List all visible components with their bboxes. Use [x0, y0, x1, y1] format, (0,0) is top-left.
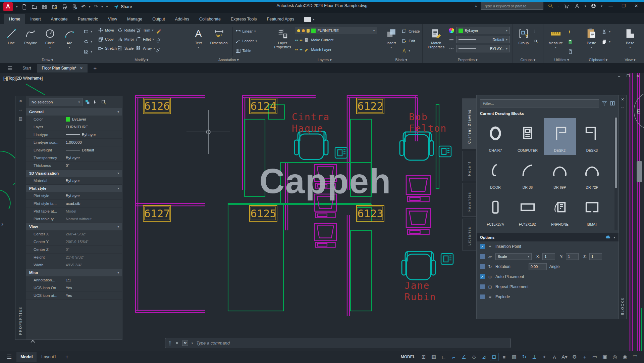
prop-row-plot-style[interactable]: Plot style ByLayer	[26, 192, 122, 200]
prop-row-center-z[interactable]: Center Z 0"	[26, 246, 122, 254]
array-tool[interactable]: Array▾	[136, 44, 155, 52]
prop-row-linetype[interactable]: Linetype ByLayer	[26, 131, 122, 139]
mirror-tool[interactable]: Mirror	[117, 35, 135, 43]
leader-tool[interactable]: Leader▾	[235, 37, 257, 45]
filter-funnel-icon[interactable]	[602, 101, 607, 106]
tab-addins[interactable]: Add-ins	[170, 14, 194, 24]
toggle-pickadd-icon[interactable]	[85, 99, 91, 105]
option-auto-placement[interactable]: ✓ ⊕ Auto-Placement	[477, 272, 619, 282]
section-general[interactable]: General▾	[26, 108, 122, 116]
option-scale[interactable]: ▱ Scale▾ X: Y: Z:	[477, 252, 619, 262]
prop-row-linetype-scale[interactable]: Linetype sca... 1.000000	[26, 139, 122, 146]
linetype-dropdown[interactable]: BYLAY... ▾	[456, 45, 510, 52]
fillet-tool[interactable]: Fillet▾	[136, 35, 155, 43]
blocks-tab-recent[interactable]: Recent	[462, 151, 476, 181]
tab-manage[interactable]: Manage	[122, 14, 147, 24]
palette-properties-icon[interactable]: ▤	[19, 116, 22, 121]
options-section-header[interactable]: Options ▾	[477, 233, 619, 241]
tab-start[interactable]: Start	[18, 64, 36, 73]
navigation-compass[interactable]: E	[634, 91, 644, 182]
insertion-point-checkbox[interactable]: ✓	[480, 244, 485, 249]
quick-properties-icon[interactable]: ▣	[600, 353, 609, 361]
block-library-icon[interactable]	[610, 101, 615, 106]
palette-close-icon[interactable]: ✕	[19, 99, 22, 103]
tab-parametric[interactable]: Parametric	[73, 14, 103, 24]
scale-dropdown[interactable]: Scale▾	[495, 253, 532, 260]
dynamic-input-icon[interactable]: ⌖	[540, 353, 549, 361]
drawing-window-buttons[interactable]: – ❐ ✕	[618, 74, 642, 78]
section-plot-style[interactable]: Plot style▾	[26, 185, 122, 192]
block-tile-desk2[interactable]: DESK2	[544, 118, 576, 155]
prop-row-plot-table-type[interactable]: Plot table ty... Named without...	[26, 215, 122, 223]
block-tile-dr69p[interactable]: DR-69P	[544, 155, 576, 192]
command-line[interactable]: ⣿ ✕ ⚒ ▾	[165, 338, 511, 348]
layout1-tab[interactable]: Layout1	[37, 352, 60, 362]
insert-block-button[interactable]: Insert ▾	[383, 26, 399, 49]
isometric-drafting-icon[interactable]: ◇	[470, 353, 478, 361]
help-search-input[interactable]	[481, 2, 543, 10]
group-button[interactable]: Group	[516, 26, 532, 45]
quick-calc-icon[interactable]	[568, 38, 573, 46]
object-snap-icon[interactable]: ⊡	[490, 353, 498, 361]
dynamic-ucs-icon[interactable]: ⊥	[530, 353, 539, 361]
explode-tool[interactable]	[156, 37, 161, 45]
base-view-button[interactable]: Base ▾	[622, 26, 639, 49]
command-close-icon[interactable]: ✕	[175, 341, 179, 346]
layout-menu-icon[interactable]: ☰	[3, 354, 16, 361]
tab-view[interactable]: View	[103, 14, 122, 24]
option-repeat-placement[interactable]: ⊡ Repeat Placement	[477, 282, 619, 292]
arc-tool[interactable]: Arc ▾	[61, 26, 78, 49]
quick-select-icon[interactable]	[101, 99, 107, 105]
prop-row-ucs-icon-on[interactable]: UCS icon On Yes	[26, 284, 122, 292]
panel-label-layers[interactable]: Layers ▾	[269, 57, 380, 63]
block-tile-dr72p[interactable]: DR-72P	[576, 155, 608, 192]
scale-z-input[interactable]	[589, 253, 602, 260]
match-properties-button[interactable]: Match Properties	[425, 26, 447, 49]
prop-row-ucs-icon-at-origin[interactable]: UCS icon at... Yes	[26, 292, 122, 300]
rotate-tool[interactable]: Rotate	[117, 26, 135, 34]
circle-tool[interactable]: Circle ▾	[41, 26, 59, 49]
quick-select-icon[interactable]	[568, 28, 573, 36]
panel-label-annotation[interactable]: Annotation ▾	[188, 57, 269, 63]
clean-screen-icon[interactable]: ⬚	[631, 353, 639, 361]
blocks-filter-input[interactable]	[480, 99, 599, 107]
move-tool[interactable]: Move	[98, 26, 117, 34]
cloud-sync-icon[interactable]	[605, 234, 611, 240]
table-tool[interactable]: Table	[235, 47, 257, 55]
scale-checkbox[interactable]	[480, 254, 485, 259]
section-3d-visualization[interactable]: 3D Visualization▾	[26, 170, 122, 177]
panel-label-groups[interactable]: Groups ▾	[513, 57, 543, 63]
drawing-canvas[interactable]: 6126 6124 6122 6127 6125 6123 Cintra Haq…	[0, 73, 644, 351]
units-icon[interactable]: ▭	[590, 353, 599, 361]
option-insertion-point[interactable]: ✓ ⌖ Insertion Point	[477, 241, 619, 252]
section-view[interactable]: View▾	[26, 223, 122, 230]
steering-wheel-tool[interactable]	[637, 161, 642, 182]
command-recent-caret-icon[interactable]: ▾	[192, 342, 193, 345]
prop-row-layer[interactable]: Layer FURNITURE	[26, 123, 122, 131]
offset-tool[interactable]	[156, 46, 161, 54]
edit-block-button[interactable]: Edit	[401, 37, 420, 45]
prop-row-annotation-scale[interactable]: Annotation... 1:1	[26, 276, 122, 284]
ungroup-icon[interactable]	[534, 28, 539, 36]
tab-annotate[interactable]: Annotate	[46, 14, 73, 24]
erase-tool[interactable]	[156, 27, 161, 35]
auto-placement-checkbox[interactable]: ✓	[480, 274, 485, 279]
cut-icon[interactable]: ▾	[602, 28, 610, 36]
tab-home[interactable]: Home	[4, 14, 25, 24]
rectangle-tool[interactable]: ▾	[84, 28, 92, 36]
explode-checkbox[interactable]	[480, 294, 485, 299]
new-drawing-tab-button[interactable]: ＋	[89, 65, 101, 72]
selection-cycling-icon[interactable]: ↻	[520, 353, 529, 361]
hatch-tool[interactable]: ▾	[84, 48, 92, 56]
file-tabs-menu-icon[interactable]: ☰	[3, 65, 16, 72]
infer-constraints-icon[interactable]: ∟	[439, 353, 448, 361]
annotation-monitor-icon[interactable]: ＋	[580, 353, 589, 361]
block-tile-fnphone[interactable]: FNPHONE	[544, 192, 576, 229]
section-misc[interactable]: Misc▾	[26, 269, 122, 276]
arc-flyout-caret-icon[interactable]: ▾	[68, 46, 70, 49]
blocks-close-icon[interactable]: ✕	[621, 97, 624, 102]
block-tile-ibmat[interactable]: IBMAT	[576, 192, 608, 229]
prop-row-plot-style-table[interactable]: Plot style ta... acad.stb	[26, 200, 122, 208]
scale-y-input[interactable]	[566, 253, 579, 260]
prop-row-transparency[interactable]: Transparency ByLayer	[26, 154, 122, 162]
